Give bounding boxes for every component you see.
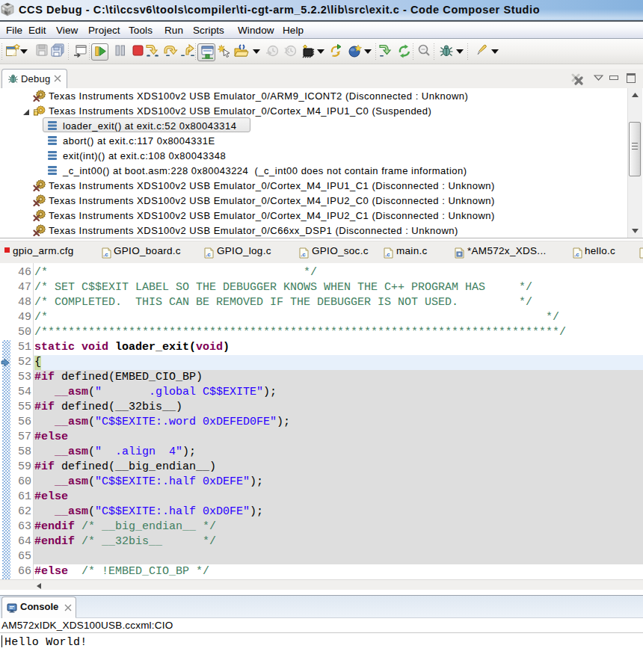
svg-text:.c: .c [301, 251, 306, 258]
svg-text:.c: .c [574, 251, 579, 258]
svg-text:.c: .c [103, 251, 108, 258]
svg-text:.c: .c [385, 251, 390, 258]
svg-text:.c: .c [206, 251, 211, 258]
